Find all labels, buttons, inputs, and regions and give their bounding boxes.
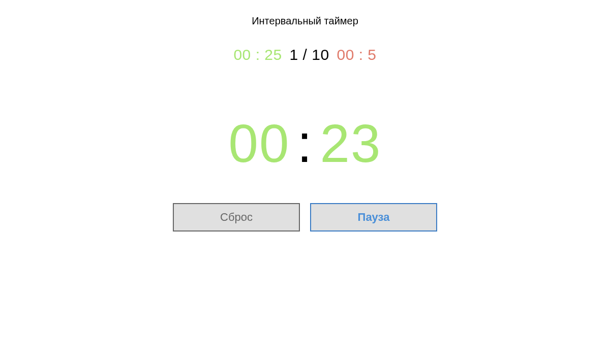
current-round: 1 [290, 46, 298, 63]
timer-seconds: 23 [320, 114, 382, 173]
work-minutes: 00 [233, 46, 251, 63]
reset-button[interactable]: Сброс [173, 203, 300, 231]
config-row: 00 : 25 1 / 10 00 : 5 [233, 46, 376, 63]
work-seconds: 25 [264, 46, 282, 63]
timer-minutes: 00 [229, 114, 290, 173]
main-timer: 00:23 [229, 117, 382, 170]
rest-colon: : [354, 46, 368, 63]
rest-seconds: 5 [368, 46, 376, 63]
rounds-slash: / [298, 46, 312, 63]
rest-minutes: 00 [337, 46, 354, 63]
page-title: Интервальный таймер [252, 15, 358, 27]
total-rounds: 10 [312, 46, 329, 63]
pause-button[interactable]: Пауза [310, 203, 437, 231]
timer-colon: : [297, 114, 313, 173]
work-colon: : [251, 46, 265, 63]
button-row: Сброс Пауза [173, 203, 437, 231]
